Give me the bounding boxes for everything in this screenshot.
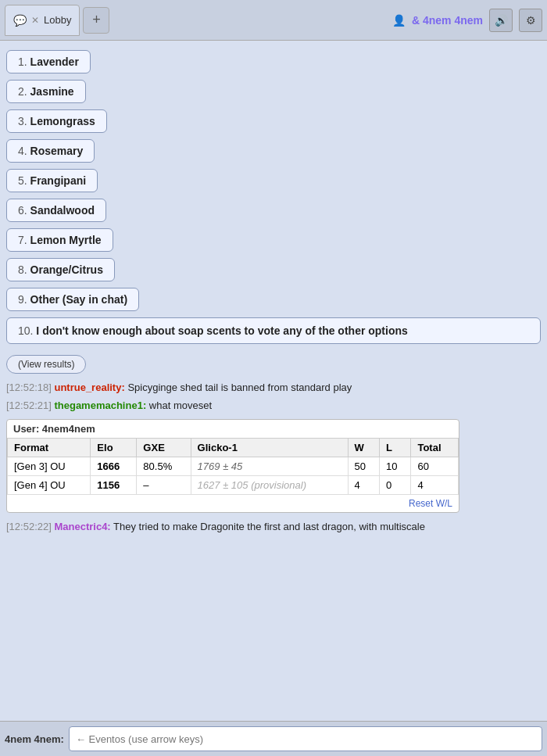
chat-username-2: thegamemachine1: — [54, 399, 146, 411]
poll-option-8-num: 8. — [18, 263, 27, 276]
chat-message-2: what moveset — [149, 399, 212, 411]
row1-glicko: 1769 ± 45 — [191, 457, 348, 476]
chat-message-1: Spicyginge shed tail is banned from stan… — [127, 382, 352, 393]
poll-option-9[interactable]: 9. Other (Say in chat) — [6, 288, 139, 311]
row1-w: 50 — [348, 457, 379, 476]
main-content: 1. Lavender 2. Jasmine 3. Lemongrass 4. … — [0, 41, 547, 744]
reset-wl-link[interactable]: Reset W/L — [409, 498, 452, 509]
chat-message-3: They tried to make Dragonite the first a… — [113, 521, 425, 532]
row2-w: 4 — [348, 476, 379, 495]
poll-option-3-name: Lemongrass — [30, 115, 95, 127]
poll-option-10-num: 10. — [18, 324, 33, 337]
chat-area-2: [12:52:22] Manectric4: They tried to mak… — [6, 519, 541, 535]
col-l: L — [380, 439, 411, 457]
chat-username-3: Manectric4: — [54, 521, 110, 532]
row2-gxe: – — [137, 476, 191, 495]
stats-box: User: 4nem4nem Format Elo GXE Glicko-1 W… — [6, 419, 459, 513]
chat-line-1: [12:52:18] untrue_reality: Spicyginge sh… — [6, 380, 541, 396]
poll-option-7-name: Lemon Myrtle — [30, 234, 102, 246]
close-icon: ✕ — [31, 15, 39, 26]
stats-row-1: [Gen 3] OU 1666 80.5% 1769 ± 45 50 10 60 — [8, 457, 459, 476]
row1-total: 60 — [411, 457, 459, 476]
col-glicko: Glicko-1 — [191, 439, 348, 457]
poll-option-8-name: Orange/Citrus — [30, 263, 103, 276]
username-display: & 4nem 4nem — [412, 14, 483, 27]
poll-option-2[interactable]: 2. Jasmine — [6, 80, 86, 103]
chat-line-3: [12:52:22] Manectric4: They tried to mak… — [6, 519, 541, 535]
poll-option-4-name: Rosemary — [30, 145, 84, 157]
poll-option-5-num: 5. — [18, 174, 27, 187]
row2-l: 0 — [380, 476, 411, 495]
col-elo: Elo — [91, 439, 137, 457]
poll-option-1-num: 1. — [18, 56, 27, 68]
poll-option-1[interactable]: 1. Lavender — [6, 50, 91, 73]
stats-user-header: User: 4nem4nem — [7, 420, 459, 438]
poll-option-3-num: 3. — [18, 115, 27, 127]
user-icon: 👤 — [392, 14, 406, 27]
poll-option-9-name: Other (Say in chat) — [30, 293, 127, 306]
poll-option-2-num: 2. — [18, 85, 27, 98]
poll-option-1-name: Lavender — [30, 56, 79, 68]
row1-l: 10 — [380, 457, 411, 476]
lobby-tab-label: Lobby — [44, 14, 71, 26]
row1-elo: 1666 — [91, 457, 137, 476]
poll-option-10[interactable]: 10. I don't know enough about soap scent… — [6, 317, 541, 344]
col-w: W — [348, 439, 379, 457]
stats-username: 4nem4nem — [42, 423, 95, 435]
top-right-area: 👤 & 4nem 4nem 🔊 ⚙ — [392, 9, 542, 32]
input-area: 4nem 4nem: — [0, 721, 547, 756]
poll-option-5-name: Frangipani — [30, 174, 87, 187]
chat-timestamp-3: [12:52:22] — [6, 521, 52, 532]
chat-line-2: [12:52:21] thegamemachine1: what moveset — [6, 398, 541, 414]
row2-glicko: 1627 ± 105 (provisional) — [191, 476, 348, 495]
chat-timestamp-1: [12:52:18] — [6, 382, 52, 393]
row2-elo: 1156 — [91, 476, 137, 495]
col-total: Total — [411, 439, 459, 457]
poll-option-7[interactable]: 7. Lemon Myrtle — [6, 228, 113, 252]
chat-timestamp-2: [12:52:21] — [6, 399, 52, 411]
stats-row-2: [Gen 4] OU 1156 – 1627 ± 105 (provisiona… — [8, 476, 459, 495]
poll-option-10-name: I don't know enough about soap scents to… — [36, 324, 407, 337]
col-format: Format — [8, 439, 91, 457]
input-username-label: 4nem 4nem: — [5, 733, 64, 745]
reset-wl-container: Reset W/L — [7, 495, 459, 512]
row2-total: 4 — [411, 476, 459, 495]
poll-option-8[interactable]: 8. Orange/Citrus — [6, 258, 115, 281]
chat-area: [12:52:18] untrue_reality: Spicyginge sh… — [6, 380, 541, 413]
poll-option-9-num: 9. — [18, 293, 27, 306]
stats-table: Format Elo GXE Glicko-1 W L Total [Gen 3… — [7, 438, 459, 495]
lobby-tab[interactable]: 💬 ✕ Lobby — [5, 5, 80, 36]
top-bar: 💬 ✕ Lobby + 👤 & 4nem 4nem 🔊 ⚙ — [0, 0, 547, 41]
row2-format: [Gen 4] OU — [8, 476, 91, 495]
poll-option-6[interactable]: 6. Sandalwood — [6, 199, 106, 222]
poll-option-4[interactable]: 4. Rosemary — [6, 139, 95, 163]
stats-user-label: User: — [13, 423, 42, 435]
col-gxe: GXE — [137, 439, 191, 457]
poll-option-5[interactable]: 5. Frangipani — [6, 169, 98, 192]
poll-container: 1. Lavender 2. Jasmine 3. Lemongrass 4. … — [6, 47, 541, 374]
poll-option-6-num: 6. — [18, 204, 27, 217]
poll-option-4-num: 4. — [18, 145, 27, 157]
poll-option-2-name: Jasmine — [30, 85, 74, 98]
chat-icon: 💬 — [13, 14, 27, 27]
stats-header-row: Format Elo GXE Glicko-1 W L Total — [8, 439, 459, 457]
add-tab-button[interactable]: + — [83, 7, 109, 34]
sound-button[interactable]: 🔊 — [489, 9, 513, 32]
poll-option-6-name: Sandalwood — [30, 204, 95, 217]
row1-gxe: 80.5% — [137, 457, 191, 476]
settings-button[interactable]: ⚙ — [519, 9, 542, 32]
view-results-button[interactable]: (View results) — [6, 355, 86, 374]
poll-option-7-num: 7. — [18, 234, 27, 246]
row1-format: [Gen 3] OU — [8, 457, 91, 476]
poll-option-3[interactable]: 3. Lemongrass — [6, 109, 107, 133]
chat-input[interactable] — [69, 726, 542, 751]
chat-username-1: untrue_reality: — [54, 382, 124, 393]
